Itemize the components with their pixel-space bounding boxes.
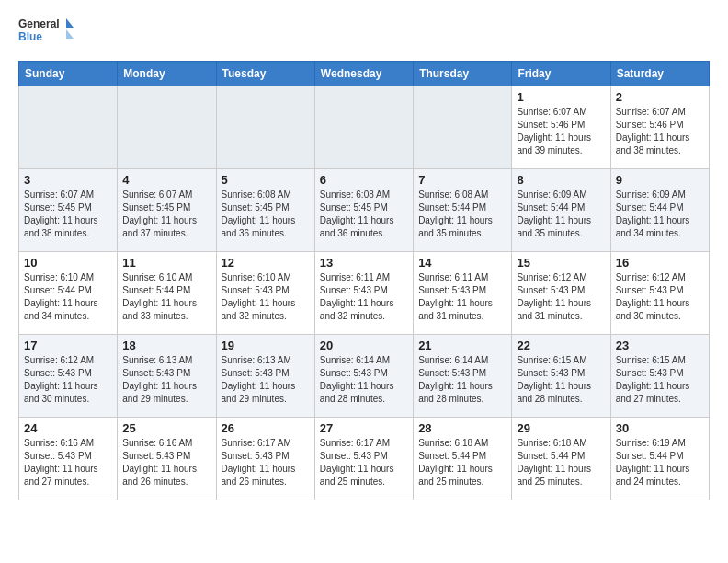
calendar-cell: 27Sunrise: 6:17 AM Sunset: 5:43 PM Dayli… <box>314 418 413 500</box>
calendar-cell: 10Sunrise: 6:10 AM Sunset: 5:44 PM Dayli… <box>19 252 118 335</box>
day-info: Sunrise: 6:07 AM Sunset: 5:46 PM Dayligh… <box>616 106 704 157</box>
day-info: Sunrise: 6:10 AM Sunset: 5:44 PM Dayligh… <box>122 271 210 323</box>
day-number: 29 <box>517 421 605 435</box>
day-info: Sunrise: 6:07 AM Sunset: 5:46 PM Dayligh… <box>517 106 605 157</box>
calendar-cell: 29Sunrise: 6:18 AM Sunset: 5:44 PM Dayli… <box>512 418 610 500</box>
calendar-cell: 7Sunrise: 6:08 AM Sunset: 5:44 PM Daylig… <box>414 169 512 252</box>
day-number: 11 <box>122 256 210 270</box>
day-number: 10 <box>24 256 112 270</box>
weekday-header: Thursday <box>414 62 512 86</box>
day-info: Sunrise: 6:12 AM Sunset: 5:43 PM Dayligh… <box>616 271 704 323</box>
weekday-header: Tuesday <box>216 62 314 86</box>
day-number: 16 <box>616 256 704 270</box>
calendar-week-row: 3Sunrise: 6:07 AM Sunset: 5:45 PM Daylig… <box>19 169 710 252</box>
day-number: 30 <box>616 421 704 435</box>
day-info: Sunrise: 6:18 AM Sunset: 5:44 PM Dayligh… <box>418 437 506 488</box>
day-info: Sunrise: 6:15 AM Sunset: 5:43 PM Dayligh… <box>517 354 605 406</box>
day-number: 12 <box>222 256 310 270</box>
weekday-header: Wednesday <box>314 62 413 86</box>
svg-marker-3 <box>66 29 74 39</box>
day-info: Sunrise: 6:10 AM Sunset: 5:43 PM Dayligh… <box>222 271 310 323</box>
day-info: Sunrise: 6:09 AM Sunset: 5:44 PM Dayligh… <box>616 189 704 240</box>
day-number: 23 <box>616 339 704 352</box>
day-number: 25 <box>122 421 210 435</box>
calendar-cell: 11Sunrise: 6:10 AM Sunset: 5:44 PM Dayli… <box>118 252 216 335</box>
day-number: 4 <box>122 173 210 187</box>
day-info: Sunrise: 6:18 AM Sunset: 5:44 PM Dayligh… <box>517 437 605 488</box>
weekday-header: Sunday <box>19 62 118 86</box>
calendar-cell: 5Sunrise: 6:08 AM Sunset: 5:45 PM Daylig… <box>216 169 314 252</box>
calendar-cell: 17Sunrise: 6:12 AM Sunset: 5:43 PM Dayli… <box>19 335 118 418</box>
calendar-cell <box>414 86 512 169</box>
day-info: Sunrise: 6:17 AM Sunset: 5:43 PM Dayligh… <box>320 437 408 488</box>
day-info: Sunrise: 6:12 AM Sunset: 5:43 PM Dayligh… <box>24 354 112 406</box>
day-number: 6 <box>320 173 408 187</box>
calendar-cell: 3Sunrise: 6:07 AM Sunset: 5:45 PM Daylig… <box>19 169 118 252</box>
calendar-cell: 4Sunrise: 6:07 AM Sunset: 5:45 PM Daylig… <box>118 169 216 252</box>
day-info: Sunrise: 6:16 AM Sunset: 5:43 PM Dayligh… <box>24 437 112 488</box>
calendar-cell: 30Sunrise: 6:19 AM Sunset: 5:44 PM Dayli… <box>610 418 709 500</box>
day-info: Sunrise: 6:09 AM Sunset: 5:44 PM Dayligh… <box>517 189 605 240</box>
calendar-table: SundayMondayTuesdayWednesdayThursdayFrid… <box>18 61 710 500</box>
day-info: Sunrise: 6:16 AM Sunset: 5:43 PM Dayligh… <box>122 437 210 488</box>
calendar-cell: 24Sunrise: 6:16 AM Sunset: 5:43 PM Dayli… <box>19 418 118 500</box>
day-info: Sunrise: 6:15 AM Sunset: 5:43 PM Dayligh… <box>616 354 704 406</box>
calendar-week-row: 24Sunrise: 6:16 AM Sunset: 5:43 PM Dayli… <box>19 418 710 500</box>
day-info: Sunrise: 6:08 AM Sunset: 5:45 PM Dayligh… <box>320 189 408 240</box>
calendar-week-row: 1Sunrise: 6:07 AM Sunset: 5:46 PM Daylig… <box>19 86 710 169</box>
day-info: Sunrise: 6:14 AM Sunset: 5:43 PM Dayligh… <box>320 354 408 406</box>
day-number: 21 <box>418 339 506 352</box>
weekday-header: Friday <box>512 62 610 86</box>
day-number: 3 <box>24 173 112 187</box>
day-number: 24 <box>24 421 112 435</box>
calendar-cell: 26Sunrise: 6:17 AM Sunset: 5:43 PM Dayli… <box>216 418 314 500</box>
calendar-cell: 18Sunrise: 6:13 AM Sunset: 5:43 PM Dayli… <box>118 335 216 418</box>
day-number: 20 <box>320 339 408 352</box>
day-number: 2 <box>616 90 704 104</box>
calendar-cell <box>19 86 118 169</box>
weekday-header: Monday <box>118 62 216 86</box>
calendar-cell: 16Sunrise: 6:12 AM Sunset: 5:43 PM Dayli… <box>610 252 709 335</box>
calendar-week-row: 10Sunrise: 6:10 AM Sunset: 5:44 PM Dayli… <box>19 252 710 335</box>
day-info: Sunrise: 6:07 AM Sunset: 5:45 PM Dayligh… <box>122 189 210 240</box>
day-info: Sunrise: 6:13 AM Sunset: 5:43 PM Dayligh… <box>222 354 310 406</box>
calendar-cell: 6Sunrise: 6:08 AM Sunset: 5:45 PM Daylig… <box>314 169 413 252</box>
day-number: 22 <box>517 339 605 352</box>
calendar-cell: 20Sunrise: 6:14 AM Sunset: 5:43 PM Dayli… <box>314 335 413 418</box>
day-info: Sunrise: 6:11 AM Sunset: 5:43 PM Dayligh… <box>320 271 408 323</box>
calendar-cell: 21Sunrise: 6:14 AM Sunset: 5:43 PM Dayli… <box>414 335 512 418</box>
calendar-cell: 12Sunrise: 6:10 AM Sunset: 5:43 PM Dayli… <box>216 252 314 335</box>
calendar-cell: 23Sunrise: 6:15 AM Sunset: 5:43 PM Dayli… <box>610 335 709 418</box>
logo-svg: General Blue <box>18 15 74 50</box>
calendar-cell: 2Sunrise: 6:07 AM Sunset: 5:46 PM Daylig… <box>610 86 709 169</box>
day-number: 15 <box>517 256 605 270</box>
day-info: Sunrise: 6:08 AM Sunset: 5:44 PM Dayligh… <box>418 189 506 240</box>
calendar-cell <box>314 86 413 169</box>
day-number: 9 <box>616 173 704 187</box>
day-info: Sunrise: 6:08 AM Sunset: 5:45 PM Dayligh… <box>222 189 310 240</box>
calendar-cell: 9Sunrise: 6:09 AM Sunset: 5:44 PM Daylig… <box>610 169 709 252</box>
calendar-cell: 19Sunrise: 6:13 AM Sunset: 5:43 PM Dayli… <box>216 335 314 418</box>
day-info: Sunrise: 6:14 AM Sunset: 5:43 PM Dayligh… <box>418 354 506 406</box>
day-number: 18 <box>122 339 210 352</box>
logo: General Blue <box>18 15 74 50</box>
calendar-cell: 13Sunrise: 6:11 AM Sunset: 5:43 PM Dayli… <box>314 252 413 335</box>
day-number: 14 <box>418 256 506 270</box>
day-info: Sunrise: 6:12 AM Sunset: 5:43 PM Dayligh… <box>517 271 605 323</box>
day-number: 19 <box>222 339 310 352</box>
svg-marker-2 <box>66 18 74 28</box>
svg-text:Blue: Blue <box>18 30 42 43</box>
day-number: 8 <box>517 173 605 187</box>
calendar-cell: 28Sunrise: 6:18 AM Sunset: 5:44 PM Dayli… <box>414 418 512 500</box>
day-info: Sunrise: 6:10 AM Sunset: 5:44 PM Dayligh… <box>24 271 112 323</box>
calendar-cell: 22Sunrise: 6:15 AM Sunset: 5:43 PM Dayli… <box>512 335 610 418</box>
calendar-header: SundayMondayTuesdayWednesdayThursdayFrid… <box>19 62 710 86</box>
day-info: Sunrise: 6:13 AM Sunset: 5:43 PM Dayligh… <box>122 354 210 406</box>
calendar-cell: 8Sunrise: 6:09 AM Sunset: 5:44 PM Daylig… <box>512 169 610 252</box>
day-number: 28 <box>418 421 506 435</box>
day-number: 13 <box>320 256 408 270</box>
day-number: 26 <box>222 421 310 435</box>
calendar-cell: 15Sunrise: 6:12 AM Sunset: 5:43 PM Dayli… <box>512 252 610 335</box>
calendar-cell: 14Sunrise: 6:11 AM Sunset: 5:43 PM Dayli… <box>414 252 512 335</box>
day-info: Sunrise: 6:07 AM Sunset: 5:45 PM Dayligh… <box>24 189 112 240</box>
